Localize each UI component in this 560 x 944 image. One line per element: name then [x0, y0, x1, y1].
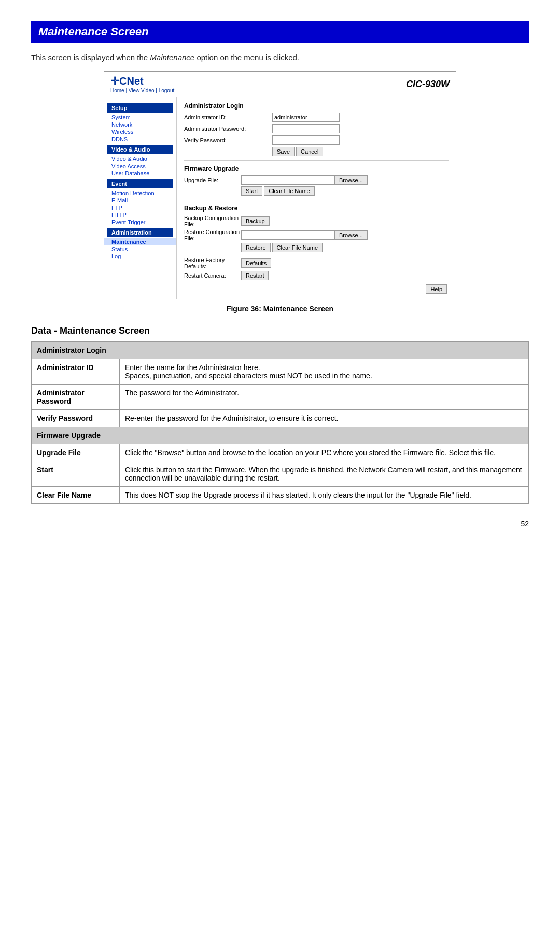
sidebar-item-motion-detection[interactable]: Motion Detection	[104, 189, 176, 197]
table-row: Upgrade FileClick the "Browse" button an…	[32, 444, 529, 461]
backup-restore-title: Backup & Restore	[184, 204, 449, 212]
sidebar-item-ddns[interactable]: DDNS	[104, 135, 176, 143]
sidebar-item-system[interactable]: System	[104, 114, 176, 121]
firmware-action-buttons: Start Clear File Name	[184, 186, 449, 196]
verify-pw-input[interactable]	[272, 135, 340, 145]
camera-sidebar: Setup System Network Wireless DDNS Video…	[104, 97, 177, 299]
table-cell-name: Upgrade File	[32, 444, 120, 461]
intro-italic: Maintenance	[150, 53, 194, 62]
table-section-header: Administrator Login	[32, 342, 529, 359]
restart-button[interactable]: Restart	[241, 271, 269, 280]
restore-factory-row: Restore Factory Defaults: Defaults	[184, 257, 449, 269]
sidebar-item-http[interactable]: HTTP	[104, 211, 176, 218]
restore-action-buttons: Restore Clear File Name	[184, 243, 449, 252]
admin-id-label: Administrator ID:	[184, 114, 272, 120]
logo-nav-links: Home | View Video | Logout	[110, 88, 174, 93]
restore-button[interactable]: Restore	[241, 243, 271, 252]
view-video-link[interactable]: View Video	[129, 88, 155, 93]
table-cell-desc: Click the "Browse" button and browse to …	[120, 444, 529, 461]
restore-factory-label: Restore Factory Defaults:	[184, 257, 241, 269]
table-cell-name: Administrator ID	[32, 359, 120, 385]
sidebar-section-setup: Setup	[107, 103, 173, 113]
clear-file-name-button-1[interactable]: Clear File Name	[264, 186, 314, 196]
restart-row: Restart Camera: Restart	[184, 271, 449, 280]
browse-button-2[interactable]: Browse...	[334, 230, 368, 240]
clear-file-name-button-2[interactable]: Clear File Name	[272, 243, 323, 252]
verify-pw-row: Verify Password:	[184, 135, 449, 145]
upgrade-file-label: Upgrade File:	[184, 177, 241, 183]
sidebar-item-maintenance[interactable]: Maintenance	[104, 238, 176, 245]
sidebar-item-video-audio[interactable]: Video & Audio	[104, 155, 176, 162]
table-row: Administrator IDEnter the name for the A…	[32, 359, 529, 385]
admin-login-buttons: Save Cancel	[184, 147, 449, 156]
table-cell-name: Start	[32, 461, 120, 487]
camera-ui-mockup: ✛CNet Home | View Video | Logout CIC-930…	[104, 71, 456, 299]
home-link[interactable]: Home	[110, 88, 124, 93]
sidebar-item-wireless[interactable]: Wireless	[104, 128, 176, 135]
sidebar-item-video-access[interactable]: Video Access	[104, 162, 176, 170]
data-table: Administrator LoginAdministrator IDEnter…	[31, 341, 529, 504]
sidebar-item-log[interactable]: Log	[104, 253, 176, 260]
camera-main-content: Administrator Login Administrator ID: Ad…	[177, 97, 456, 299]
restore-config-label: Restore Configuration File:	[184, 229, 241, 241]
help-button[interactable]: Help	[426, 284, 447, 294]
cnet-logo: ✛CNet	[110, 75, 174, 87]
table-row: Administrator PasswordThe password for t…	[32, 385, 529, 410]
sidebar-item-user-database[interactable]: User Database	[104, 170, 176, 177]
cnet-logo-area: ✛CNet Home | View Video | Logout	[110, 75, 174, 93]
upgrade-file-input[interactable]	[241, 175, 334, 185]
admin-login-title: Administrator Login	[184, 102, 449, 110]
cancel-button[interactable]: Cancel	[296, 147, 323, 156]
page-title: Maintenance Screen	[31, 21, 529, 43]
table-cell-desc: Click this button to start the Firmware.…	[120, 461, 529, 487]
table-row: StartClick this button to start the Firm…	[32, 461, 529, 487]
table-cell-desc: Re-enter the password for the Administra…	[120, 410, 529, 427]
figure-caption: Figure 36: Maintenance Screen	[31, 305, 529, 313]
help-row: Help	[184, 284, 449, 294]
table-cell-name: Verify Password	[32, 410, 120, 427]
browse-button-1[interactable]: Browse...	[334, 175, 368, 185]
admin-id-row: Administrator ID:	[184, 113, 449, 122]
camera-model: CIC-930W	[406, 79, 450, 90]
start-button[interactable]: Start	[241, 186, 262, 196]
save-button[interactable]: Save	[272, 147, 295, 156]
table-row: Clear File NameThis does NOT stop the Up…	[32, 487, 529, 504]
restore-config-row: Restore Configuration File: Browse...	[184, 229, 449, 241]
upgrade-file-row: Upgrade File: Browse...	[184, 175, 449, 185]
admin-pw-row: Administrator Password:	[184, 124, 449, 133]
table-section-header: Firmware Upgrade	[32, 427, 529, 444]
intro-text-after: option on the menu is clicked.	[197, 53, 299, 62]
logo-cnet: CNet	[119, 75, 144, 87]
divider-1	[184, 160, 449, 161]
intro-paragraph: This screen is displayed when the Mainte…	[31, 53, 529, 62]
backup-config-label: Backup Configuration File:	[184, 215, 241, 227]
sidebar-item-status[interactable]: Status	[104, 245, 176, 253]
table-cell-desc: This does NOT stop the Upgrade process i…	[120, 487, 529, 504]
backup-config-row: Backup Configuration File: Backup	[184, 215, 449, 227]
sidebar-item-event-trigger[interactable]: Event Trigger	[104, 218, 176, 226]
table-cell-name: Administrator Password	[32, 385, 120, 410]
sidebar-section-video-audio: Video & Audio	[107, 145, 173, 154]
sidebar-item-network[interactable]: Network	[104, 121, 176, 128]
defaults-button[interactable]: Defaults	[241, 258, 271, 268]
data-section-title: Data - Maintenance Screen	[31, 325, 529, 336]
backup-button[interactable]: Backup	[241, 216, 270, 226]
sidebar-section-administration: Administration	[107, 228, 173, 237]
sidebar-item-email[interactable]: E-Mail	[104, 197, 176, 204]
table-row: Verify PasswordRe-enter the password for…	[32, 410, 529, 427]
camera-ui-header: ✛CNet Home | View Video | Logout CIC-930…	[104, 72, 456, 97]
restore-file-input[interactable]	[241, 230, 334, 240]
admin-id-input[interactable]	[272, 113, 340, 122]
divider-2	[184, 200, 449, 200]
intro-text-before: This screen is displayed when the	[31, 53, 148, 62]
restart-label: Restart Camera:	[184, 272, 241, 279]
admin-pw-label: Administrator Password:	[184, 126, 272, 132]
page-number: 52	[31, 519, 529, 528]
table-cell-desc: Enter the name for the Administrator her…	[120, 359, 529, 385]
sidebar-item-ftp[interactable]: FTP	[104, 204, 176, 211]
logout-link[interactable]: Logout	[159, 88, 175, 93]
verify-pw-label: Verify Password:	[184, 137, 272, 143]
admin-pw-input[interactable]	[272, 124, 340, 133]
sidebar-section-event: Event	[107, 179, 173, 188]
camera-ui-body: Setup System Network Wireless DDNS Video…	[104, 97, 456, 299]
